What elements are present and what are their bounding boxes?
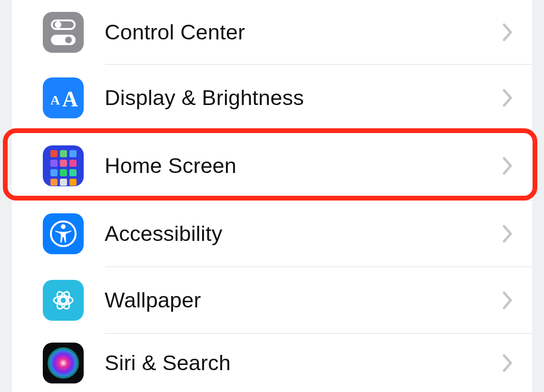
control-center-icon bbox=[43, 12, 84, 53]
chevron-right-icon bbox=[503, 89, 513, 107]
settings-row-label: Siri & Search bbox=[105, 351, 503, 375]
chevron-right-icon bbox=[503, 23, 513, 41]
settings-row-label: Wallpaper bbox=[105, 288, 503, 313]
settings-row-control-center[interactable]: Control Center bbox=[12, 0, 532, 65]
chevron-right-icon bbox=[503, 225, 513, 243]
settings-row-display-brightness[interactable]: AA Display & Brightness bbox=[12, 65, 532, 131]
settings-row-label: Control Center bbox=[105, 20, 503, 45]
wallpaper-icon bbox=[43, 280, 84, 321]
settings-row-home-screen[interactable]: Home Screen bbox=[12, 131, 532, 201]
chevron-right-icon bbox=[503, 354, 513, 372]
settings-row-wallpaper[interactable]: Wallpaper bbox=[12, 267, 532, 334]
accessibility-icon bbox=[43, 213, 84, 254]
settings-row-siri-search[interactable]: Siri & Search bbox=[12, 334, 532, 392]
settings-row-label: Display & Brightness bbox=[105, 86, 503, 110]
settings-panel: Control Center AA Display & Brightness H… bbox=[12, 0, 532, 392]
settings-row-label: Home Screen bbox=[105, 153, 503, 178]
home-screen-icon bbox=[43, 145, 84, 186]
chevron-right-icon bbox=[503, 291, 513, 309]
siri-icon bbox=[43, 343, 84, 383]
settings-row-accessibility[interactable]: Accessibility bbox=[12, 201, 532, 267]
svg-point-2 bbox=[60, 297, 67, 304]
svg-point-1 bbox=[61, 224, 66, 229]
chevron-right-icon bbox=[503, 157, 513, 175]
settings-row-label: Accessibility bbox=[105, 221, 503, 246]
display-brightness-icon: AA bbox=[43, 77, 84, 118]
